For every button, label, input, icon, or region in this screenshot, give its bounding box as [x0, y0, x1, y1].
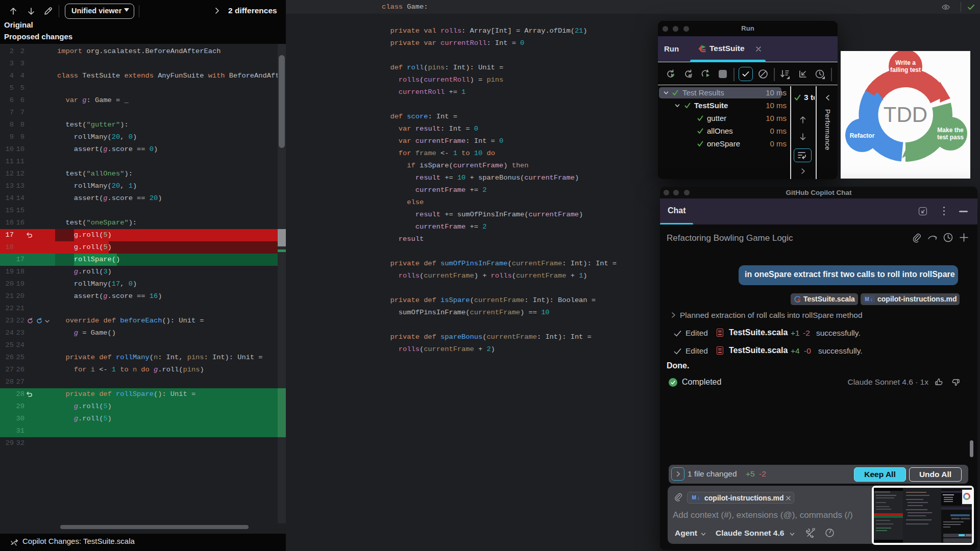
- svg-text:Write a: Write a: [895, 59, 916, 66]
- svg-text:Refactor: Refactor: [850, 132, 875, 139]
- svg-text:TDD: TDD: [884, 103, 927, 127]
- svg-text:failing test: failing test: [890, 66, 921, 73]
- svg-text:test pass: test pass: [937, 134, 964, 141]
- svg-text:Make the: Make the: [937, 127, 964, 134]
